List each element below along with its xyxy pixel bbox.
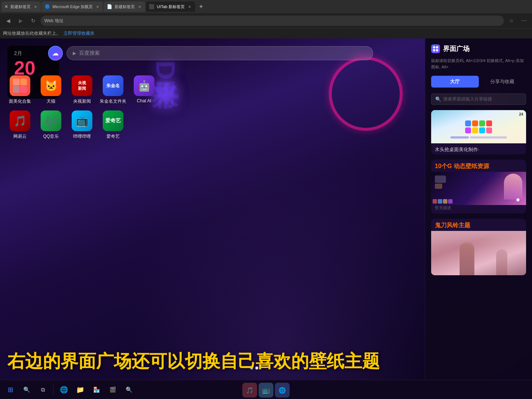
address-text: Web 地址 [44,18,64,24]
tab-close-0[interactable]: ✕ [33,4,38,9]
card-theme-title: 鬼刀风铃主题 [431,219,526,231]
app-label-yangshi: 央视新闻 [73,98,91,105]
app-row-1: 面美化合集 🐱 天猫 央视新闻 央视新闻 朱金名 朱金名文件夹 🤖 Chat [7,75,157,105]
search-container: ☁ ▶ 百度搜索 [48,46,373,61]
app-icon-mianbaoshua-img [10,75,30,96]
taskbar-pinned: 🌐 📁 🏪 🎬 🔍 [57,382,136,397]
taskbar-files-icon[interactable]: 📁 [73,382,88,397]
browser-chrome: ✕ 新建标签页 ✕ 🔵 Microsoft Edge 加载页 ✕ 📄 新建标签页… [0,0,532,38]
sidebar-search-placeholder: 搜索界面或输入分享链接 [443,96,492,102]
taskbar-dock-icon-2[interactable]: 📺 [259,383,273,398]
refresh-button[interactable]: ↻ [28,16,38,26]
forward-button[interactable]: ▶ [16,16,26,26]
sidebar-search-icon: 🔍 [435,96,441,102]
taskbar-video-icon[interactable]: 🎬 [105,382,120,397]
tab-close-2[interactable]: ✕ [137,4,142,9]
taskbar-start-button[interactable]: ⊞ [3,382,18,397]
tab-favicon-0: ✕ [4,4,8,9]
sidebar-header: 界面广场 [431,44,526,53]
sidebar-tab-hall[interactable]: 大厅 [431,76,479,88]
address-bar-row: ◀ ▶ ↻ Web 地址 ☆ ⋯ [0,13,532,28]
card-dynamic[interactable]: 10个G 动态壁纸资源 [431,160,526,214]
tab-label-0: 新建标签页 [10,4,31,10]
tab-0[interactable]: ✕ 新建标签页 ✕ [1,1,41,12]
tab-label-2: 新建标签页 [115,4,135,10]
card-dynamic-image [431,172,526,205]
card-theme-image [431,231,526,275]
sidebar-search[interactable]: 🔍 搜索界面或输入分享链接 [431,93,526,105]
taskbar-store-icon[interactable]: 🏪 [89,382,104,397]
tab-label-3: UITab 新标签页 [157,4,185,10]
app-icon-wangyi[interactable]: 🎵 网易云 [7,110,33,140]
favorites-button[interactable]: ☆ [506,16,516,26]
sidebar-subtitle: 鼠标滚轮切换页码, Alt+1/2/3/4 切换模式, Alt+p 添加图标, … [431,58,526,70]
app-icon-tianmao-img: 🐱 [41,75,61,96]
taskbar-dock-icon-3[interactable]: 🌐 [275,383,290,398]
app-icon-yangshi[interactable]: 央视新闻 央视新闻 [69,75,95,105]
app-icon-wangyi-img: 🎵 [10,110,30,131]
app-label-bilibili: 哔哩哔哩 [73,133,91,140]
settings-button[interactable]: ⋯ [519,16,529,26]
tab-favicon-1: 🔵 [45,4,50,9]
sidebar-title: 界面广场 [443,44,470,53]
app-icon-zhuming[interactable]: 朱金名 朱金名文件夹 [100,75,126,105]
app-icon-qqmusic-img: 🎶 [41,110,61,131]
address-bar[interactable]: Web 地址 [41,16,504,26]
sidebar-tab-share[interactable]: 分享与收藏 [479,76,526,88]
bookmarks-link[interactable]: 立即管理收藏夹 [64,30,95,37]
app-icon-chatai[interactable]: 🤖 Chat AI [132,75,157,103]
card-ios-image: 24 [431,110,526,143]
right-sidebar: 界面广场 鼠标滚轮切换页码, Alt+1/2/3/4 切换模式, Alt+p 添… [425,38,532,399]
tab-add-button[interactable]: + [196,1,206,12]
taskbar: ⊞ 🔍 ⧉ 🌐 📁 🏪 🎬 🔍 🎵 📺 🌐 [0,380,532,399]
date-day: 20 [14,58,52,78]
bookmarks-text: 网址收藏放在此收藏夹栏上。 [3,30,61,37]
taskbar-widgets-button[interactable]: ⧉ [35,382,50,397]
card-dynamic-desc: 暂无描述 [431,205,526,214]
app-label-zhuming: 朱金名文件夹 [100,98,126,105]
tab-3[interactable]: ⬛ UITab 新标签页 ✕ [146,1,195,12]
taskbar-search-icon-2[interactable]: 🔍 [122,382,136,397]
taskbar-search-button[interactable]: 🔍 [19,382,34,397]
svg-rect-2 [433,49,435,51]
app-label-tianmao: 天猫 [47,98,55,105]
search-placeholder-text: 百度搜索 [79,50,100,57]
app-icon-qqmusic[interactable]: 🎶 QQ音乐 [38,110,64,140]
search-arrow-icon: ▶ [73,51,76,56]
app-label-wangyi: 网易云 [13,133,27,140]
app-label-iqiyi: 爱奇艺 [106,133,120,140]
app-icon-bilibili[interactable]: 📺 哔哩哔哩 [69,110,95,140]
taskbar-right-area: 🎵 📺 🌐 [242,383,290,398]
tab-close-3[interactable]: ✕ [187,4,192,9]
tab-1[interactable]: 🔵 Microsoft Edge 加载页 ✕ [42,1,103,12]
tab-label-1: Microsoft Edge 加载页 [52,4,93,10]
sidebar-tabs: 大厅 分享与收藏 [431,76,526,88]
search-box[interactable]: ▶ 百度搜索 [66,46,373,60]
app-icon-zhuming-img: 朱金名 [103,75,123,96]
search-avatar: ☁ [48,46,63,61]
tab-favicon-3: ⬛ [149,4,154,9]
tab-close-1[interactable]: ✕ [95,4,100,9]
svg-rect-1 [436,46,438,48]
tab-2[interactable]: 📄 新建标签页 ✕ [104,1,145,12]
app-label-mianbaoshua: 面美化合集 [9,98,31,105]
date-month: 2月 [14,50,52,57]
app-icon-yangshi-img: 央视新闻 [72,75,92,96]
card-ios[interactable]: 24 木 [431,110,526,154]
app-icon-chatai-img: 🤖 [134,75,154,96]
app-icon-bilibili-img: 📺 [72,110,92,131]
back-button[interactable]: ◀ [3,16,13,26]
app-icon-iqiyi-img: 爱奇艺 [103,110,123,131]
tab-bar: ✕ 新建标签页 ✕ 🔵 Microsoft Edge 加载页 ✕ 📄 新建标签页… [0,0,532,13]
taskbar-edge-icon[interactable]: 🌐 [57,382,71,397]
app-label-qqmusic: QQ音乐 [43,133,59,140]
taskbar-sep-1 [53,384,54,395]
svg-rect-3 [436,49,438,51]
bookmarks-bar: 网址收藏放在此收藏夹栏上。 立即管理收藏夹 [0,28,532,38]
taskbar-dock-icon-1[interactable]: 🎵 [242,383,257,398]
card-ios-title: 木头抢桌面美化制作· [431,143,526,154]
app-icon-mianbaoshua[interactable]: 面美化合集 [7,75,33,105]
app-icon-tianmao[interactable]: 🐱 天猫 [38,75,64,105]
card-theme[interactable]: 鬼刀风铃主题 [431,219,526,275]
app-icon-iqiyi[interactable]: 爱奇艺 爱奇艺 [100,110,126,140]
